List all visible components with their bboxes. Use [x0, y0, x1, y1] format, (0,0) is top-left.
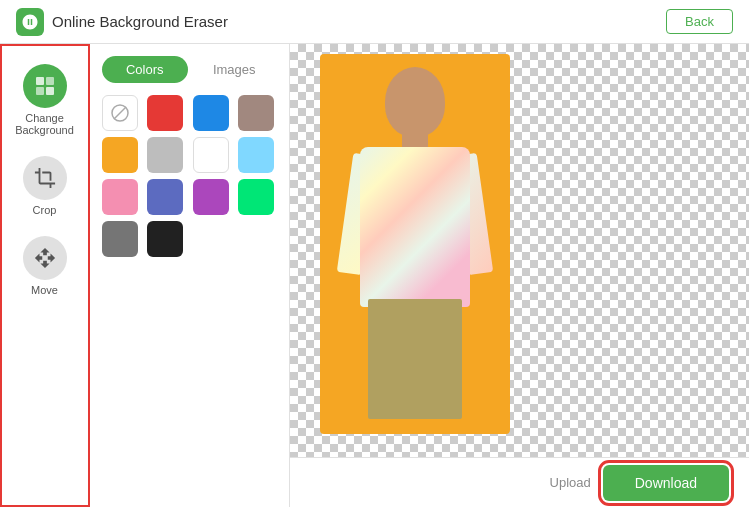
- logo-icon: [16, 8, 44, 36]
- tab-bar: Colors Images: [102, 56, 277, 83]
- svg-rect-1: [46, 77, 54, 85]
- color-swatch-blue[interactable]: [193, 95, 229, 131]
- sidebar-label-crop: Crop: [33, 204, 57, 216]
- person-figure: [350, 59, 480, 429]
- no-color-icon: [110, 103, 130, 123]
- crop-icon: [23, 156, 67, 200]
- svg-line-5: [114, 107, 126, 119]
- color-swatch-white[interactable]: [193, 137, 229, 173]
- svg-rect-0: [36, 77, 44, 85]
- logo-svg: [21, 13, 39, 31]
- color-swatch-transparent[interactable]: [102, 95, 138, 131]
- svg-rect-3: [46, 87, 54, 95]
- color-swatch-medium-blue[interactable]: [147, 179, 183, 215]
- main-layout: Change Background Crop Move Colors Ima: [0, 44, 749, 507]
- color-swatch-brown[interactable]: [238, 95, 274, 131]
- person-body: [360, 147, 470, 307]
- color-swatch-green[interactable]: [238, 179, 274, 215]
- canvas-area: Upload Download: [290, 44, 749, 507]
- color-grid: [102, 95, 277, 257]
- sidebar-item-crop[interactable]: Crop: [0, 146, 89, 226]
- tab-images[interactable]: Images: [192, 56, 278, 83]
- change-bg-svg: [33, 74, 57, 98]
- person-container: [320, 54, 520, 454]
- upload-label[interactable]: Upload: [550, 475, 591, 490]
- move-svg: [34, 247, 56, 269]
- sidebar-label-move: Move: [31, 284, 58, 296]
- color-swatch-light-blue[interactable]: [238, 137, 274, 173]
- color-swatch-red[interactable]: [147, 95, 183, 131]
- move-icon: [23, 236, 67, 280]
- color-swatch-black[interactable]: [147, 221, 183, 257]
- sidebar: Change Background Crop Move: [0, 44, 90, 507]
- color-swatch-dark-gray[interactable]: [102, 221, 138, 257]
- canvas-content: [290, 44, 749, 457]
- back-button[interactable]: Back: [666, 9, 733, 34]
- svg-rect-2: [36, 87, 44, 95]
- download-button[interactable]: Download: [603, 465, 729, 501]
- bottom-bar: Upload Download: [290, 457, 749, 507]
- logo-area: Online Background Eraser: [16, 8, 228, 36]
- color-swatch-pink[interactable]: [102, 179, 138, 215]
- sidebar-item-change-background[interactable]: Change Background: [0, 54, 89, 146]
- color-swatch-orange[interactable]: [102, 137, 138, 173]
- middle-panel: Colors Images: [90, 44, 290, 507]
- change-bg-icon: [23, 64, 67, 108]
- app-title: Online Background Eraser: [52, 13, 228, 30]
- person-head: [385, 67, 445, 137]
- person-pants: [368, 299, 462, 419]
- sidebar-label-change-bg: Change Background: [8, 112, 81, 136]
- crop-svg: [34, 167, 56, 189]
- tab-colors[interactable]: Colors: [102, 56, 188, 83]
- sidebar-item-move[interactable]: Move: [0, 226, 89, 306]
- header: Online Background Eraser Back: [0, 0, 749, 44]
- color-swatch-light-gray[interactable]: [147, 137, 183, 173]
- color-swatch-purple[interactable]: [193, 179, 229, 215]
